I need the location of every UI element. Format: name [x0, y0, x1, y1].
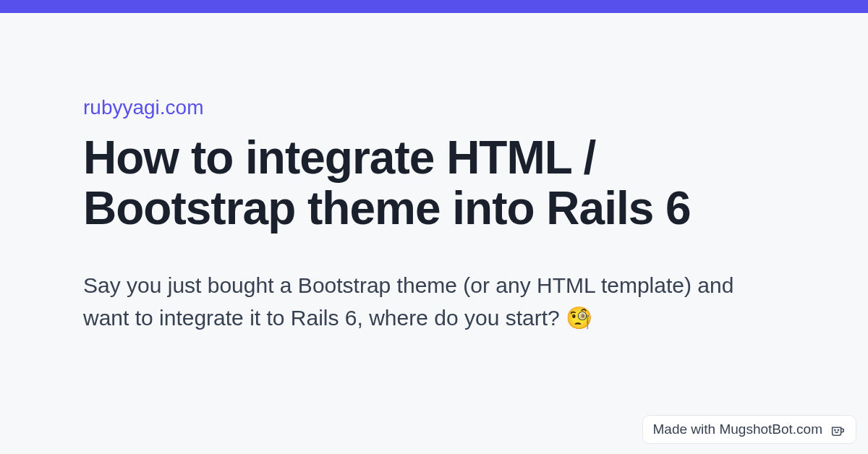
main-content: rubyyagi.com How to integrate HTML / Boo…: [0, 13, 868, 334]
site-domain: rubyyagi.com: [83, 96, 785, 119]
mug-icon: [830, 421, 846, 437]
svg-point-1: [838, 429, 838, 430]
accent-top-bar: [0, 0, 868, 13]
article-description: Say you just bought a Bootstrap theme (o…: [83, 269, 785, 334]
article-title: How to integrate HTML / Bootstrap theme …: [83, 132, 785, 234]
svg-point-0: [835, 429, 835, 430]
attribution-badge[interactable]: Made with MugshotBot.com: [642, 415, 856, 444]
badge-text: Made with MugshotBot.com: [653, 421, 822, 437]
